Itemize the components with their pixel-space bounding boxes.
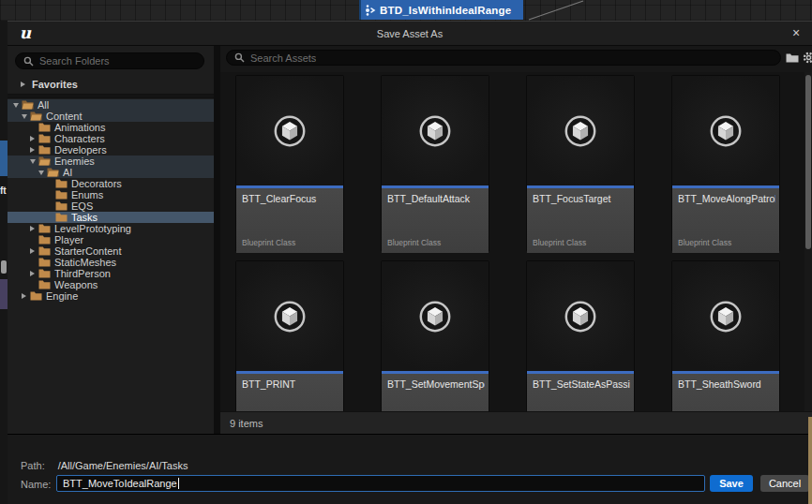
tree-item-eqs[interactable]: EQS [8,200,214,212]
screen: BTD_IsWithinIdealRange ft u Save Asset A… [0,0,812,504]
search-assets-placeholder: Search Assets [250,52,316,64]
tree-item-engine[interactable]: Engine [8,290,214,302]
asset-tile-footer: BTT_SetStateAsPassiveBlueprint Class [527,374,634,411]
folder-icon [38,123,51,132]
asset-tile-btt-defaultattack[interactable]: BTT_DefaultAttackBlueprint Class [381,75,489,252]
folder-panel: Search Folders Favorites AllContentAnima… [8,46,214,434]
tree-item-content[interactable]: Content [8,111,214,122]
asset-thumbnail [382,261,489,371]
tree-item-label: StaticMeshes [54,257,116,268]
tree-item-characters[interactable]: Characters [8,133,214,144]
chevron-right-icon[interactable] [30,136,38,141]
favorites-section[interactable]: Favorites [8,76,214,92]
tree-item-animations[interactable]: Animations [8,122,214,133]
dialog-body: Search Folders Favorites AllContentAnima… [8,46,812,434]
asset-grid: BTT_ClearFocusBlueprint ClassBTT_Default… [220,72,812,411]
tree-item-thirdperson[interactable]: ThirdPerson [8,268,214,279]
tree-item-tasks[interactable]: Tasks [8,212,214,223]
chevron-right-icon[interactable] [30,147,38,153]
dialog-title: Save Asset As [8,22,812,46]
search-icon [234,52,245,63]
tree-item-label: Developers [54,144,107,156]
asset-tile-btt-clearfocus[interactable]: BTT_ClearFocusBlueprint Class [235,75,344,252]
asset-thumbnail [527,261,634,371]
chevron-right-icon [21,82,25,87]
asset-thumbnail [236,261,343,371]
folder-open-icon [22,100,34,110]
tree-item-weapons[interactable]: Weapons [8,279,214,290]
folder-icon [55,190,68,200]
search-folders-placeholder: Search Folders [39,55,110,67]
folder-icon [38,224,51,233]
vertical-scrollbar[interactable] [804,72,812,411]
asset-tile-footer: BTT_PRINTBlueprint Class [236,374,343,411]
asset-name: BTT_ClearFocus [242,193,339,204]
graph-wire [521,0,589,21]
new-folder-icon[interactable] [785,51,799,65]
save-button[interactable]: Save [710,475,753,492]
tree-item-staticmeshes[interactable]: StaticMeshes [8,257,214,268]
tree-item-label: Content [46,111,83,122]
separator [8,94,214,98]
tree-item-label: Tasks [71,212,98,223]
folder-icon [38,269,51,278]
blueprint-cube-icon [708,299,744,334]
tree-item-player[interactable]: Player [8,234,214,245]
tree-item-developers[interactable]: Developers [8,144,214,156]
blueprint-cube-icon [272,113,308,149]
blueprint-cube-icon [417,113,453,149]
chevron-right-icon[interactable] [22,293,30,299]
items-count-bar: 9 items [220,411,812,434]
asset-type: Blueprint Class [387,238,441,247]
tree-item-ai[interactable]: AI [8,167,214,178]
chevron-down-icon[interactable] [30,159,38,164]
chevron-right-icon[interactable] [30,248,38,254]
folder-icon [30,291,42,301]
asset-tile-btt-setmovementspeed[interactable]: BTT_SetMovementSpeedBlueprint Class [381,260,489,411]
tree-item-label: AI [63,167,72,178]
tree-item-all[interactable]: All [8,99,214,111]
cancel-button[interactable]: Cancel [760,475,809,492]
asset-tile-btt-sheathsword[interactable]: BTT_SheathSwordBlueprint Class [671,260,780,411]
search-folders-input[interactable]: Search Folders [15,52,204,69]
chevron-right-icon[interactable] [30,226,38,231]
tree-item-label: EQS [71,200,93,212]
close-icon[interactable]: × [788,22,804,46]
background-slider-knob [1,260,7,274]
asset-tile-btt-focustarget[interactable]: BTT_FocusTargetBlueprint Class [526,75,635,252]
chevron-down-icon[interactable] [38,170,47,175]
chevron-down-icon[interactable] [22,114,30,119]
tab-btd-iswithinidealrange[interactable]: BTD_IsWithinIdealRange [359,0,523,20]
chevron-down-icon[interactable] [13,103,22,108]
tree-item-levelprototyping[interactable]: LevelPrototyping [8,223,214,234]
asset-name-input[interactable]: BTT_MoveToIdealRange [56,475,705,492]
folder-icon [38,235,51,245]
blueprint-cube-icon [708,113,744,149]
tree-item-enums[interactable]: Enums [8,189,214,200]
panel-divider[interactable] [214,46,220,434]
folder-icon [55,179,68,188]
tree-item-startercontent[interactable]: StarterContent [8,245,214,257]
asset-panel: Search Assets BTT_ClearFocusBlueprint Cl… [220,46,812,434]
asset-thumbnail [236,76,343,185]
tree-item-enemies[interactable]: Enemies [8,156,214,167]
settings-gear-icon[interactable] [802,51,812,65]
folder-open-icon [38,156,51,166]
tree-item-decorators[interactable]: Decorators [8,178,214,189]
blueprint-cube-icon [563,113,598,149]
background-right-edge [808,417,812,504]
asset-tile-btt-print[interactable]: BTT_PRINTBlueprint Class [235,260,344,411]
blueprint-cube-icon [272,299,308,334]
chevron-right-icon[interactable] [30,271,38,276]
folder-icon [38,258,51,267]
text-caret [178,478,179,489]
path-label: Path: [21,460,45,471]
asset-tile-btt-setstateaspassive[interactable]: BTT_SetStateAsPassiveBlueprint Class [526,260,635,411]
background-left-edge: ft [0,21,8,504]
asset-tile-footer: BTT_DefaultAttackBlueprint Class [382,188,489,253]
scrollbar-thumb[interactable] [805,75,811,249]
asset-thumbnail [672,261,779,371]
search-assets-input[interactable]: Search Assets [226,50,781,66]
background-fragment [0,279,8,309]
asset-tile-btt-movealongpatrolroute[interactable]: BTT_MoveAlongPatrolRouteBlueprint Class [671,75,780,252]
